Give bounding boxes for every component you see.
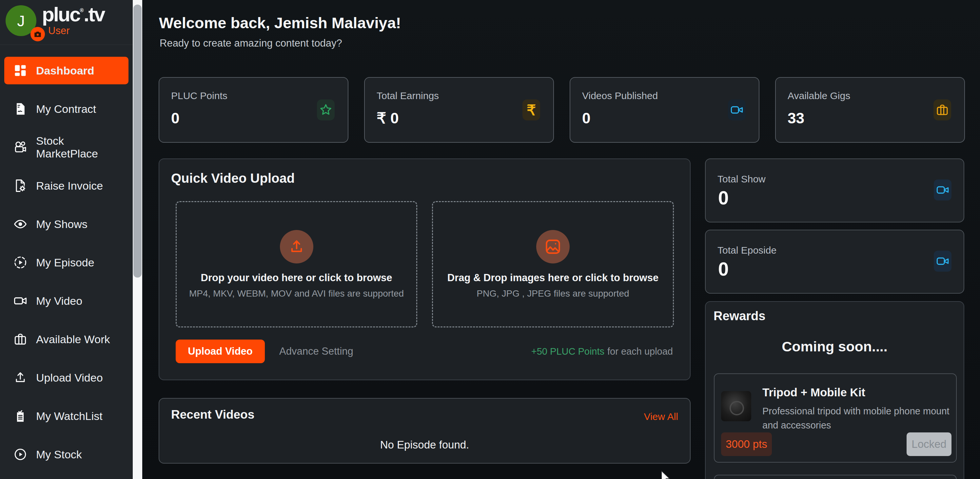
dashboard-grid-icon (13, 63, 27, 78)
video-camera-icon (728, 99, 746, 120)
sidebar-item-my-watchlist[interactable]: My WatchList (4, 402, 129, 430)
sidebar-item-label: Dashboard (36, 64, 94, 77)
camera-badge-icon[interactable] (30, 27, 45, 42)
sidebar-item-label: Available Work (36, 333, 110, 346)
user-role-label: User (48, 25, 70, 37)
sidebar-item-my-shows[interactable]: My Shows (4, 210, 129, 238)
sidebar-item-label: My WatchList (36, 410, 103, 423)
stat-card-videos-published: Videos Published 0 (570, 77, 759, 143)
view-all-link[interactable]: View All (644, 411, 678, 422)
video-camera-icon (13, 294, 27, 308)
dropzone-title: Drop your video here or click to browse (201, 272, 392, 284)
total-show-value: 0 (718, 187, 729, 209)
page-subtitle: Ready to create amazing content today? (160, 37, 342, 49)
sidebar-item-label: Upload Video (36, 371, 103, 384)
briefcase-icon (13, 332, 27, 346)
sidebar-item-label: Stock MarketPlace (36, 134, 129, 160)
profile-header: J pluc®.tv User (0, 0, 133, 45)
stat-value: 33 (788, 109, 953, 127)
avatar[interactable]: J (6, 5, 37, 36)
reward-card-next (714, 475, 957, 479)
sidebar-item-label: My Episode (36, 256, 94, 269)
sidebar-item-label: My Contract (36, 103, 96, 115)
reward-points-badge: 3000 pts (721, 433, 772, 456)
sidebar-item-available-work[interactable]: Available Work (4, 326, 129, 353)
points-bonus-suffix: for each upload (607, 346, 673, 357)
recent-videos-panel: Recent Videos View All No Episode found. (159, 398, 690, 464)
eye-icon (13, 217, 27, 231)
image-dropzone[interactable]: Drag & Drop images here or click to brow… (432, 201, 674, 327)
reward-description: Professional tripod with mobile phone mo… (762, 404, 951, 433)
sidebar-item-label: Raise Invoice (36, 179, 103, 192)
sidebar-item-my-video[interactable]: My Video (4, 287, 129, 315)
stat-value: 0 (582, 109, 747, 127)
reward-thumbnail (721, 391, 751, 421)
briefcase-icon (934, 99, 951, 120)
upload-icon (280, 230, 313, 263)
sidebar-item-dashboard[interactable]: Dashboard (4, 57, 129, 84)
rupee-icon: ₹ (522, 99, 540, 120)
sidebar-item-my-contract[interactable]: My Contract (4, 95, 129, 123)
sidebar-item-label: My Video (36, 295, 82, 307)
play-dashed-circle-icon (13, 255, 27, 270)
reward-title: Tripod + Mobile Kit (762, 386, 865, 399)
video-dropzone[interactable]: Drop your video here or click to browse … (176, 201, 417, 327)
trademark-icon: ® (80, 8, 84, 13)
locked-button[interactable]: Locked (907, 433, 951, 456)
total-episode-label: Total Eposide (718, 245, 776, 256)
sidebar-item-upload-video[interactable]: Upload Video (4, 364, 129, 391)
sidebar-item-label: My Shows (36, 218, 88, 231)
stat-card-available-gigs: Available Gigs 33 (775, 77, 965, 143)
dropzone-subtitle: PNG, JPG , JPEG files are supported (477, 288, 629, 299)
quick-video-upload-panel: Quick Video Upload Drop your video here … (159, 158, 690, 380)
camera-icon (33, 30, 42, 38)
sidebar-item-label: My Stock (36, 448, 82, 461)
upload-video-button[interactable]: Upload Video (176, 340, 265, 363)
sidebar-item-raise-invoice[interactable]: Raise Invoice (4, 172, 129, 200)
invoice-file-gear-icon (13, 179, 27, 193)
stat-value: ₹ 0 (377, 109, 541, 127)
sidebar: J pluc®.tv User Dashboard (0, 0, 133, 479)
reward-card-tripod-kit: Tripod + Mobile Kit Professional tripod … (714, 374, 957, 463)
video-camera-icon (934, 179, 951, 200)
empty-state-message: No Episode found. (159, 439, 690, 451)
stats-row: PLUC Points 0 Total Earnings ₹ 0 ₹ Video… (159, 77, 965, 143)
stat-label: Videos Published (582, 90, 747, 101)
sidebar-item-my-stock[interactable]: My Stock (4, 441, 129, 468)
upload-icon (13, 370, 27, 385)
page-title: Welcome back, Jemish Malaviya! (159, 14, 401, 32)
video-camera-icon (934, 251, 951, 271)
sidebar-scrollbar-track[interactable] (133, 0, 142, 479)
coming-soon-text: Coming soon.... (706, 338, 964, 354)
points-bonus-amount: +50 PLUC Points (531, 346, 605, 357)
rewards-panel: Rewards Coming soon.... Tripod + Mobile … (705, 301, 964, 479)
stat-label: Total Earnings (377, 90, 541, 101)
watchlist-clipboard-icon (13, 409, 27, 423)
sidebar-item-stock-marketplace[interactable]: Stock MarketPlace (4, 134, 129, 161)
dropzone-title: Drag & Drop images here or click to brow… (447, 272, 659, 284)
brand-logo: pluc®.tv (42, 3, 105, 26)
stat-label: Available Gigs (788, 90, 953, 101)
stat-card-pluc-points: PLUC Points 0 (159, 77, 348, 143)
stat-card-total-earnings: Total Earnings ₹ 0 ₹ (364, 77, 554, 143)
recent-videos-title: Recent Videos (171, 408, 255, 422)
contract-file-icon (13, 102, 27, 116)
play-circle-icon (13, 447, 27, 461)
avatar-initial: J (17, 12, 25, 30)
stat-label: PLUC Points (171, 90, 336, 101)
points-bonus-note: +50 PLUC Points for each upload (531, 340, 673, 363)
star-icon (317, 99, 335, 120)
movie-camera-icon (13, 140, 27, 155)
sidebar-scrollbar-thumb[interactable] (134, 5, 142, 278)
sidebar-item-my-episode[interactable]: My Episode (4, 249, 129, 276)
rewards-title: Rewards (714, 309, 765, 323)
total-episode-card: Total Eposide 0 (705, 230, 964, 294)
total-show-label: Total Show (718, 174, 766, 185)
sidebar-menu: Dashboard My Contract Stock MarketPl (0, 57, 133, 468)
total-episode-value: 0 (718, 258, 729, 280)
dropzone-subtitle: MP4, MKV, WEBM, MOV and AVI files are su… (189, 288, 404, 299)
advance-setting-link[interactable]: Advance Setting (279, 340, 353, 363)
mouse-cursor-icon (661, 471, 672, 479)
stat-value: 0 (171, 109, 336, 127)
image-icon (536, 230, 570, 263)
